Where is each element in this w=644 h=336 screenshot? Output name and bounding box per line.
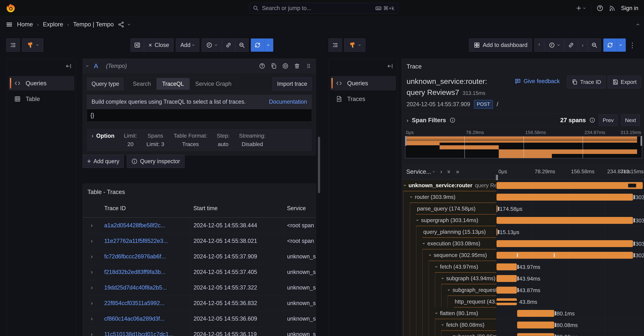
add-query-button[interactable]: +Add query <box>82 155 124 168</box>
span-row[interactable]: ›fetch (80.08ms)80.08ms <box>402 319 644 331</box>
sidebar-item-traces[interactable]: Traces <box>330 92 396 106</box>
query-inspector-button[interactable]: Query inspector <box>127 155 184 168</box>
query-options-row[interactable]: ›Option Limit:20 SpansLimit: 3 Table For… <box>87 129 312 151</box>
run-query-button[interactable] <box>251 38 264 52</box>
zoom-out-button[interactable] <box>235 38 248 52</box>
span-duration-bar[interactable] <box>496 240 633 247</box>
span-name-cell[interactable]: ›sequence (302.95ms) <box>402 250 496 261</box>
delete-query-icon[interactable] <box>294 63 300 69</box>
span-timeline-cell[interactable] <box>496 180 644 191</box>
left-pane-scrollbar[interactable] <box>318 137 320 193</box>
trace-id-link[interactable]: a1a2d054428fbe58f2c... <box>101 222 190 229</box>
span-duration-bar[interactable] <box>496 229 497 236</box>
disable-query-icon[interactable] <box>282 63 288 69</box>
span-timeline-cell[interactable]: 43.87ms <box>496 284 644 296</box>
collapse-toolbar-icon[interactable]: › <box>634 23 640 25</box>
span-duration-bar[interactable] <box>496 275 517 282</box>
span-name-cell[interactable]: query_planning (15.13μs) <box>402 226 496 238</box>
span-name-cell[interactable]: http_request (43.8ms) <box>402 296 496 308</box>
span-duration-bar[interactable] <box>496 182 643 189</box>
span-timeline-cell[interactable]: 80.08ms <box>496 319 644 331</box>
chevron-down-icon[interactable]: › <box>428 254 433 256</box>
time-picker-button[interactable]: › <box>202 38 222 52</box>
trace-id-link[interactable]: 11c510138d1bcd01c7dc1... <box>101 331 190 336</box>
row-expand-icon[interactable]: › <box>83 331 101 336</box>
sign-in-button[interactable]: Sign in <box>621 5 638 11</box>
span-name-cell[interactable]: ›fetch (80.08ms) <box>402 319 496 331</box>
share-shortlink-button[interactable] <box>118 21 124 28</box>
tab-traceql[interactable]: TraceQL <box>156 78 190 90</box>
sidebar-item-table[interactable]: Table <box>9 92 74 106</box>
row-expand-icon[interactable]: › <box>83 238 101 244</box>
span-duration-bar[interactable] <box>496 287 517 294</box>
chevron-down-icon[interactable]: › <box>422 243 426 244</box>
query-editor-header[interactable]: › A (Tempo) <box>83 59 316 73</box>
span-filters-title[interactable]: Span Filters <box>412 117 446 124</box>
prev-span-button[interactable]: Prev <box>599 114 618 126</box>
span-row[interactable]: ›unknown_service:routerquery Reviews7 <box>402 180 644 191</box>
add-to-dashboard-button[interactable]: Add to dashboard <box>469 38 532 52</box>
collapse-one-icon[interactable]: › <box>440 168 442 175</box>
chevron-down-icon[interactable]: › <box>448 336 452 336</box>
span-name-cell[interactable]: parse_query (174.58μs) <box>402 203 496 215</box>
span-name-cell[interactable]: ›subgraph (43.94ms) <box>402 273 496 284</box>
zoom-out-button[interactable] <box>588 38 601 52</box>
span-row[interactable]: query_planning (15.13μs)15.13μs <box>402 226 644 238</box>
span-duration-bar[interactable] <box>517 333 554 336</box>
run-query-button[interactable] <box>603 38 617 52</box>
span-row[interactable]: ›subgraph (80.06ms)80.06ms <box>402 331 644 336</box>
span-name-cell[interactable]: ›subgraph_request (43.87ms) <box>402 284 496 296</box>
span-name-column-dropdown[interactable]: Service... › <box>406 168 435 175</box>
chevron-down-icon[interactable]: › <box>404 185 408 186</box>
traceql-code-editor[interactable]: {} <box>87 109 312 122</box>
span-duration-bar[interactable] <box>517 310 554 317</box>
span-timeline-cell[interactable]: 15.13μs <box>496 226 644 238</box>
row-expand-icon[interactable]: › <box>83 316 101 322</box>
options-toggle-label[interactable]: Option <box>96 133 114 139</box>
span-timeline-cell[interactable]: 43.97ms <box>496 261 644 273</box>
row-expand-icon[interactable]: › <box>83 300 101 307</box>
query-help-icon[interactable] <box>259 63 265 69</box>
copy-link-button[interactable] <box>564 38 578 52</box>
span-name-cell[interactable]: ›subgraph (80.06ms) <box>402 331 496 336</box>
drag-handle-icon[interactable] <box>306 63 312 69</box>
trace-id-link[interactable]: f218d32b2ed83ff9fa3b... <box>101 269 190 275</box>
column-header-service[interactable]: Service <box>284 205 316 212</box>
row-expand-icon[interactable]: › <box>83 284 101 291</box>
span-duration-bar[interactable] <box>496 205 497 212</box>
trace-id-link[interactable]: 11e27762a11f5f8522e3... <box>101 238 190 244</box>
span-timeline-cell[interactable]: 174.58μs <box>496 203 644 215</box>
span-row[interactable]: ›flatten (80.1ms)80.1ms <box>402 308 644 319</box>
news-button[interactable] <box>609 5 616 12</box>
trace-id-link[interactable]: 22f854ccf03511a5992... <box>101 300 190 307</box>
span-duration-bar[interactable] <box>496 217 633 224</box>
outline-button[interactable] <box>328 38 342 52</box>
span-row[interactable]: http_request (43.8ms)43.8ms <box>402 296 644 308</box>
span-name-cell[interactable]: ›fetch (43.97ms) <box>402 261 496 273</box>
span-row[interactable]: ›subgraph (43.94ms)43.94ms <box>402 273 644 284</box>
row-expand-icon[interactable]: › <box>83 269 101 275</box>
span-name-cell[interactable]: ›flatten (80.1ms) <box>402 308 496 319</box>
chevron-down-icon[interactable]: › <box>410 196 414 198</box>
span-timeline-cell[interactable]: 303.9ms <box>496 191 644 203</box>
collapse-sidebar-icon[interactable] <box>387 63 394 69</box>
span-name-cell[interactable]: ›execution (303.08ms) <box>402 238 496 250</box>
datasource-picker[interactable]: › <box>344 38 366 52</box>
sidebar-item-queries[interactable]: Queries <box>9 76 74 90</box>
minimap-left-handle[interactable] <box>405 136 406 146</box>
chevron-down-icon[interactable]: › <box>435 266 439 268</box>
span-duration-bar[interactable] <box>496 194 633 201</box>
tab-service-graph[interactable]: Service Graph <box>190 78 237 90</box>
minimap-right-handle[interactable] <box>640 136 642 146</box>
trace-id-link[interactable]: fc72d6fbccc26976ab6f... <box>101 253 190 260</box>
trace-id-link[interactable]: cf860c14ac06a289d3f... <box>101 316 190 322</box>
span-row[interactable]: ›subgraph_request (43.87ms)43.87ms <box>402 284 644 296</box>
mega-menu-button[interactable] <box>6 21 13 28</box>
duplicate-query-icon[interactable] <box>270 63 277 69</box>
time-forward-button[interactable]: › <box>578 38 588 52</box>
export-button[interactable]: Export <box>608 76 641 88</box>
span-row[interactable]: ›supergraph (303.14ms)303.14ms <box>402 215 644 226</box>
run-query-dropdown[interactable]: › <box>617 38 626 52</box>
column-resize-handle[interactable]: ‖ <box>496 173 498 182</box>
span-timeline-cell[interactable]: 303.08ms <box>496 238 644 250</box>
